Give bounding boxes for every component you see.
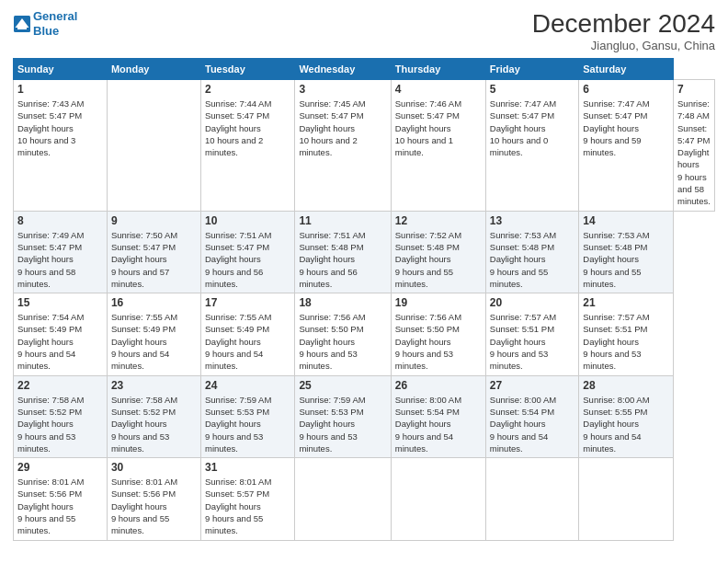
header-wednesday: Wednesday [295,59,391,80]
month-title: December 2024 [532,9,715,39]
day-20: 20Sunrise: 7:57 AMSunset: 5:51 PMDayligh… [485,293,578,375]
logo-line2: Blue [33,24,77,39]
day-12: 12Sunrise: 7:52 AMSunset: 5:48 PMDayligh… [391,211,485,293]
day-1: 1Sunrise: 7:43 AMSunset: 5:47 PMDaylight… [14,80,108,212]
day-4: 4Sunrise: 7:46 AMSunset: 5:47 PMDaylight… [391,80,485,212]
day-16: 16Sunrise: 7:55 AMSunset: 5:49 PMDayligh… [107,293,200,375]
svg-rect-2 [17,28,27,29]
empty-cell [107,80,200,212]
calendar-header-row: SundayMondayTuesdayWednesdayThursdayFrid… [14,59,715,80]
day-9: 9Sunrise: 7:50 AMSunset: 5:47 PMDaylight… [107,211,200,293]
day-17: 17Sunrise: 7:55 AMSunset: 5:49 PMDayligh… [201,293,295,375]
day-5: 5Sunrise: 7:47 AMSunset: 5:47 PMDaylight… [485,80,578,212]
logo: General Blue [13,9,77,38]
empty-cell [391,458,485,540]
logo-line1: General [33,9,77,23]
day-11: 11Sunrise: 7:51 AMSunset: 5:48 PMDayligh… [295,211,391,293]
day-30: 30Sunrise: 8:01 AMSunset: 5:56 PMDayligh… [107,458,200,540]
title-block: December 2024 Jiangluo, Gansu, China [532,9,715,52]
day-8: 8Sunrise: 7:49 AMSunset: 5:47 PMDaylight… [14,211,108,293]
header: General Blue December 2024 Jiangluo, Gan… [13,9,715,52]
calendar-week-2: 15Sunrise: 7:54 AMSunset: 5:49 PMDayligh… [14,293,715,375]
header-friday: Friday [485,59,578,80]
calendar-week-4: 29Sunrise: 8:01 AMSunset: 5:56 PMDayligh… [14,458,715,540]
day-15: 15Sunrise: 7:54 AMSunset: 5:49 PMDayligh… [14,293,108,375]
day-2: 2Sunrise: 7:44 AMSunset: 5:47 PMDaylight… [201,80,295,212]
calendar-week-1: 8Sunrise: 7:49 AMSunset: 5:47 PMDaylight… [14,211,715,293]
header-thursday: Thursday [391,59,485,80]
day-14: 14Sunrise: 7:53 AMSunset: 5:48 PMDayligh… [579,211,674,293]
day-13: 13Sunrise: 7:53 AMSunset: 5:48 PMDayligh… [485,211,578,293]
day-6: 6Sunrise: 7:47 AMSunset: 5:47 PMDaylight… [579,80,674,212]
empty-cell [485,458,578,540]
day-21: 21Sunrise: 7:57 AMSunset: 5:51 PMDayligh… [579,293,674,375]
day-7: 7Sunrise: 7:48 AMSunset: 5:47 PMDaylight… [674,80,715,212]
header-saturday: Saturday [579,59,674,80]
page: General Blue December 2024 Jiangluo, Gan… [0,0,728,563]
empty-cell [295,458,391,540]
day-25: 25Sunrise: 7:59 AMSunset: 5:53 PMDayligh… [295,375,391,457]
day-10: 10Sunrise: 7:51 AMSunset: 5:47 PMDayligh… [201,211,295,293]
day-29: 29Sunrise: 8:01 AMSunset: 5:56 PMDayligh… [14,458,108,540]
logo-text: General Blue [33,9,77,38]
calendar-week-3: 22Sunrise: 7:58 AMSunset: 5:52 PMDayligh… [14,375,715,457]
day-24: 24Sunrise: 7:59 AMSunset: 5:53 PMDayligh… [201,375,295,457]
empty-cell [579,458,674,540]
header-sunday: Sunday [14,59,108,80]
header-tuesday: Tuesday [201,59,295,80]
day-18: 18Sunrise: 7:56 AMSunset: 5:50 PMDayligh… [295,293,391,375]
day-22: 22Sunrise: 7:58 AMSunset: 5:52 PMDayligh… [14,375,108,457]
location: Jiangluo, Gansu, China [532,39,715,52]
day-23: 23Sunrise: 7:58 AMSunset: 5:52 PMDayligh… [107,375,200,457]
day-28: 28Sunrise: 8:00 AMSunset: 5:55 PMDayligh… [579,375,674,457]
logo-icon [13,15,31,33]
day-26: 26Sunrise: 8:00 AMSunset: 5:54 PMDayligh… [391,375,485,457]
day-19: 19Sunrise: 7:56 AMSunset: 5:50 PMDayligh… [391,293,485,375]
day-3: 3Sunrise: 7:45 AMSunset: 5:47 PMDaylight… [295,80,391,212]
calendar: SundayMondayTuesdayWednesdayThursdayFrid… [13,58,715,541]
calendar-week-0: 1Sunrise: 7:43 AMSunset: 5:47 PMDaylight… [14,80,715,212]
day-27: 27Sunrise: 8:00 AMSunset: 5:54 PMDayligh… [485,375,578,457]
header-monday: Monday [107,59,200,80]
day-31: 31Sunrise: 8:01 AMSunset: 5:57 PMDayligh… [201,458,295,540]
